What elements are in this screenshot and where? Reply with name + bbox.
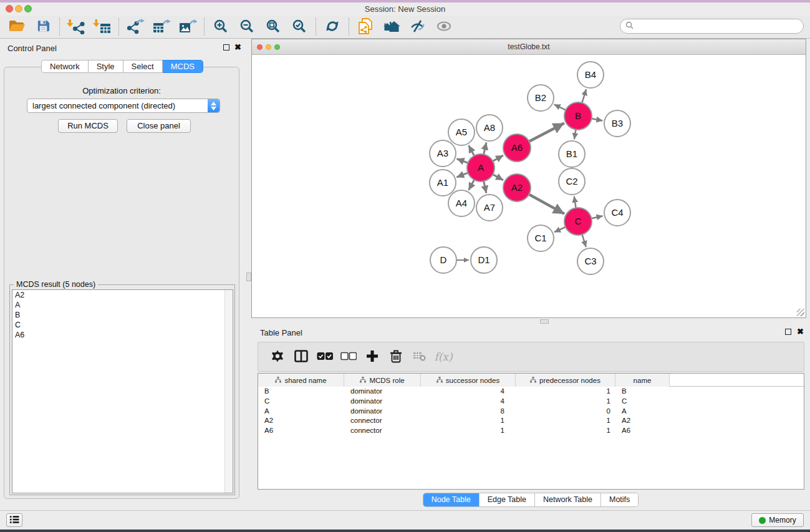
create-column-button[interactable] bbox=[360, 346, 384, 368]
task-history-button[interactable] bbox=[6, 513, 22, 527]
zoom-out-button[interactable] bbox=[234, 17, 260, 37]
mcds-result-item[interactable]: C bbox=[12, 320, 233, 330]
column-header-successor-nodes[interactable]: successor nodes bbox=[421, 374, 516, 387]
graph-node-B2[interactable]: B2 bbox=[527, 84, 554, 112]
control-panel-tabs: NetworkStyleSelectMCDS bbox=[0, 60, 244, 73]
delete-column-button[interactable] bbox=[384, 346, 408, 368]
graph-node-C1[interactable]: C1 bbox=[527, 225, 554, 252]
delete-table-button[interactable] bbox=[408, 346, 432, 368]
tab-style[interactable]: Style bbox=[89, 60, 123, 73]
graph-node-A8[interactable]: A8 bbox=[476, 114, 503, 142]
column-header-predecessor-nodes[interactable]: predecessor nodes bbox=[516, 374, 615, 387]
export-network-button[interactable] bbox=[122, 17, 148, 37]
optimization-criterion-select[interactable]: largest connected component (directed) bbox=[27, 99, 220, 113]
save-session-button[interactable] bbox=[30, 17, 56, 37]
table-toolbar: f(x) bbox=[258, 342, 804, 372]
vertical-splitter-grip[interactable] bbox=[246, 273, 251, 281]
zoom-selected-button[interactable] bbox=[286, 17, 312, 37]
close-panel-button[interactable]: Close panel bbox=[127, 119, 191, 133]
graph-node-A4[interactable]: A4 bbox=[448, 190, 475, 217]
table-row[interactable]: Adominator80A bbox=[258, 407, 804, 417]
run-mcds-button[interactable]: Run MCDS bbox=[58, 119, 118, 133]
graph-node-D[interactable]: D bbox=[430, 246, 457, 274]
graph-node-B4[interactable]: B4 bbox=[577, 61, 604, 89]
column-header-shared-name[interactable]: shared name bbox=[258, 374, 344, 387]
search-input[interactable] bbox=[637, 22, 803, 31]
table-row[interactable]: Bdominator41B bbox=[258, 387, 804, 397]
table-row[interactable]: A2connector11A2 bbox=[258, 416, 804, 426]
toolbar-separator bbox=[118, 18, 119, 36]
memory-button[interactable]: Memory bbox=[751, 513, 804, 527]
deselect-all-rows-button[interactable] bbox=[337, 346, 360, 368]
mcds-result-item[interactable]: A2 bbox=[12, 290, 233, 300]
table-panel-header: Table Panel ✖ bbox=[251, 327, 810, 341]
import-table-button[interactable] bbox=[89, 17, 115, 37]
graph-node-B3[interactable]: B3 bbox=[604, 110, 631, 137]
desktop-edge bbox=[0, 530, 810, 532]
close-panel-icon[interactable]: ✖ bbox=[234, 42, 241, 52]
network-window-titlebar[interactable]: testGlobe.txt bbox=[252, 39, 806, 55]
network-canvas[interactable]: B4B2BB3A5A8A6A3B1AA1C2A2A4A7C4CC1C3DD1 bbox=[252, 55, 806, 317]
table-cell: 1 bbox=[421, 416, 516, 426]
column-header-name[interactable]: name bbox=[615, 374, 670, 387]
import-network-button[interactable] bbox=[63, 17, 89, 37]
mcds-result-item[interactable]: A bbox=[12, 300, 233, 310]
home-button[interactable] bbox=[378, 17, 405, 37]
select-all-rows-button[interactable] bbox=[313, 346, 337, 368]
graph-node-A7[interactable]: A7 bbox=[476, 194, 503, 221]
graph-node-C3[interactable]: C3 bbox=[577, 248, 604, 275]
search-box[interactable] bbox=[620, 19, 804, 34]
export-image-button[interactable] bbox=[175, 17, 201, 37]
show-all-button[interactable] bbox=[431, 17, 457, 37]
zoom-in-button[interactable] bbox=[208, 17, 234, 37]
float-panel-icon[interactable] bbox=[223, 44, 229, 51]
clone-network-button[interactable] bbox=[352, 17, 378, 37]
graph-node-A6[interactable]: A6 bbox=[503, 133, 531, 162]
zoom-fit-button[interactable] bbox=[260, 17, 286, 37]
memory-label: Memory bbox=[769, 516, 796, 525]
horizontal-splitter-grip[interactable] bbox=[540, 319, 549, 324]
close-panel-icon[interactable]: ✖ bbox=[797, 327, 804, 336]
float-panel-icon[interactable] bbox=[785, 329, 791, 335]
scrollbar-track[interactable] bbox=[224, 290, 233, 493]
column-header-MCDS-role[interactable]: MCDS role bbox=[344, 374, 421, 387]
toolbar-separator bbox=[204, 18, 205, 36]
tab-select[interactable]: Select bbox=[123, 60, 163, 73]
tab-node-table[interactable]: Node Table bbox=[423, 493, 480, 506]
tab-mcds[interactable]: MCDS bbox=[163, 60, 203, 73]
control-panel-header: Control Panel ✖ bbox=[0, 42, 244, 57]
graph-node-A3[interactable]: A3 bbox=[429, 140, 456, 167]
graph-node-A2[interactable]: A2 bbox=[503, 173, 531, 202]
graph-node-A[interactable]: A bbox=[466, 153, 495, 182]
toolbar-separator bbox=[59, 18, 60, 36]
table-row[interactable]: A6connector11A6 bbox=[258, 426, 804, 436]
export-table-button[interactable] bbox=[148, 17, 175, 37]
window-resize-grip[interactable] bbox=[797, 309, 804, 316]
column-label: name bbox=[634, 377, 652, 384]
graph-node-C[interactable]: C bbox=[564, 207, 592, 236]
graph-node-B[interactable]: B bbox=[564, 102, 592, 130]
hide-selected-button[interactable] bbox=[405, 17, 431, 37]
function-builder-button[interactable]: f(x) bbox=[432, 346, 455, 368]
gear-icon bbox=[271, 349, 284, 365]
graph-node-D1[interactable]: D1 bbox=[470, 246, 498, 274]
table-row[interactable]: Cdominator41C bbox=[258, 397, 804, 407]
refresh-layout-button[interactable] bbox=[319, 17, 345, 37]
table-settings-button[interactable] bbox=[266, 346, 289, 368]
mcds-result-item[interactable]: B bbox=[12, 310, 233, 320]
tab-edge-table[interactable]: Edge Table bbox=[480, 493, 535, 506]
tab-motifs[interactable]: Motifs bbox=[601, 493, 638, 506]
graph-node-A5[interactable]: A5 bbox=[448, 118, 475, 146]
column-type-icon bbox=[275, 377, 281, 384]
tab-network-table[interactable]: Network Table bbox=[535, 493, 601, 506]
mcds-result-item[interactable]: A6 bbox=[12, 330, 233, 340]
graph-node-B1[interactable]: B1 bbox=[558, 140, 586, 168]
graph-node-C2[interactable]: C2 bbox=[558, 168, 586, 195]
table-cell: A6 bbox=[258, 426, 344, 436]
mcds-result-list[interactable]: A2ABCA6 bbox=[12, 289, 233, 493]
show-column-button[interactable] bbox=[289, 346, 313, 368]
open-session-button[interactable] bbox=[4, 17, 30, 37]
graph-node-C4[interactable]: C4 bbox=[604, 199, 631, 226]
table-cell: 1 bbox=[516, 416, 615, 426]
tab-network[interactable]: Network bbox=[41, 60, 89, 73]
